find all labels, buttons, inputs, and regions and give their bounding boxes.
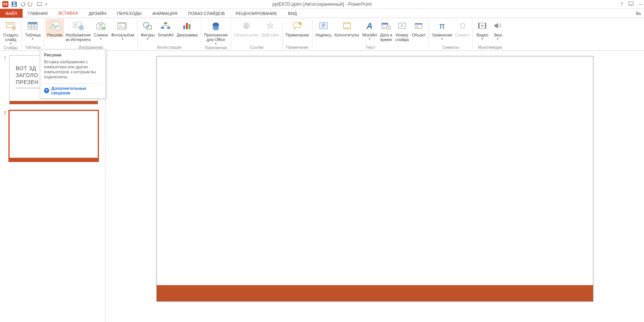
apps-for-office-button[interactable]: Приложения для Office ▾ [203,19,229,45]
minimize-icon[interactable]: – [639,2,642,7]
shapes-icon [141,20,154,32]
slide-number-button[interactable]: # Номер слайда [394,19,410,42]
thumbnail-2[interactable] [9,111,98,161]
video-button[interactable]: Видео ▾ [475,19,490,41]
tab-file[interactable]: ФАЙЛ [0,9,23,18]
tab-slideshow[interactable]: ПОКАЗ СЛАЙДОВ [183,9,230,18]
action-label: Действие [261,33,279,37]
comment-label: Примечание [286,33,309,37]
save-icon[interactable] [12,2,17,7]
group-text-label: Текст [312,45,429,50]
svg-rect-3 [37,2,42,5]
tooltip-link-text[interactable]: Дополнительные сведения [51,86,102,95]
dropdown-arrow-icon: ▾ [441,38,443,41]
audio-button[interactable]: Звук ▾ [490,19,505,41]
svg-point-14 [75,23,77,25]
tab-transitions[interactable]: ПЕРЕХОДЫ [112,9,147,18]
group-illustrations: Фигуры ▾ SmartArt Диаграмма Иллюстрации [138,18,200,50]
apps-for-office-label: Приложения для Office [204,33,228,42]
comment-button[interactable]: Примечание [284,19,310,37]
audio-label: Звук [494,33,502,37]
new-slide-button[interactable]: Создать слайд ▾ [2,19,20,45]
dropdown-arrow-icon: ▾ [32,38,33,41]
svg-rect-9 [28,22,37,24]
chart-icon [181,20,193,32]
screenshot-button[interactable]: Снимок ▾ [92,19,110,41]
start-presentation-icon[interactable] [37,2,42,7]
video-icon [476,20,488,32]
smartart-label: SmartArt [158,33,173,37]
dropdown-arrow-icon: ▾ [10,42,12,45]
svg-rect-6 [8,23,13,25]
date-time-label: Дата и время [380,33,392,42]
tab-home[interactable]: ГЛАВНАЯ [23,9,53,18]
symbol-button: Ω Символ [454,19,472,37]
group-illustrations-label: Иллюстрации [138,45,200,50]
group-apps: Приложения для Office ▾ Приложения [201,18,231,50]
textbox-button[interactable]: A Надпись [314,19,333,37]
slide-editor[interactable] [105,51,644,322]
group-apps-label: Приложения [201,45,231,51]
thumbnail-1-footer [10,101,98,104]
ribbon-display-options-icon[interactable] [628,2,634,7]
online-pictures-button[interactable]: Изображения из Интернета [64,19,92,42]
tab-view[interactable]: ВИД [283,9,302,18]
table-button[interactable]: Таблица ▾ [23,19,42,41]
group-slides: Создать слайд ▾ Слайды [0,18,21,50]
wordart-button[interactable]: A WordArt ▾ [361,19,378,41]
dropdown-arrow-icon: ▾ [122,38,123,41]
tab-insert[interactable]: ВСТАВКА [53,9,83,18]
equation-icon: π [436,20,448,32]
tab-animations[interactable]: АНИМАЦИЯ [147,9,183,18]
smartart-button[interactable]: SmartArt [156,19,175,37]
equation-label: Уравнение [432,33,452,37]
slide-number-label: Номер слайда [395,33,409,42]
slide-canvas[interactable] [156,56,593,302]
wordart-label: WordArt [362,33,377,37]
shapes-button[interactable]: Фигуры ▾ [139,19,156,41]
group-comments: Примечание Примечания [283,18,312,50]
equation-button[interactable]: π Уравнение ▾ [430,19,454,41]
thumbnail-2-wrap[interactable]: 2 [4,111,101,161]
slide-footer-bar [157,285,593,301]
dropdown-arrow-icon: ▾ [100,38,102,41]
photo-album-label: Фотоальбом [111,33,135,37]
comment-icon [291,20,304,32]
audio-icon [491,20,504,32]
date-time-button[interactable]: Дата и время [378,19,394,42]
video-label: Видео [476,33,488,37]
svg-rect-26 [161,27,164,29]
group-tables: Таблица ▾ Таблицы [22,18,44,50]
table-label: Таблица [25,33,41,37]
chart-button[interactable]: Диаграмма [175,19,199,37]
svg-point-22 [119,25,121,26]
group-images: Рисунки Изображения из Интернета Снимок … [44,18,137,50]
dropdown-arrow-icon: ▾ [481,38,483,41]
svg-rect-21 [118,23,125,29]
svg-text:#: # [401,24,403,28]
wordart-icon: A [363,20,376,32]
svg-rect-52 [478,23,480,28]
online-pictures-label: Изображения из Интернета [66,33,91,42]
dropdown-arrow-icon: ▾ [215,42,217,45]
svg-rect-48 [416,26,418,28]
group-symbols: π Уравнение ▾ Ω Символ Символы [429,18,473,50]
redo-icon[interactable] [28,2,34,7]
photo-album-button[interactable]: Фотоальбом ▾ [110,19,136,41]
tab-review[interactable]: РЕЦЕНЗИРОВАНИЕ [230,9,283,18]
qat-customize-icon[interactable]: ▾ [45,2,47,6]
pictures-button[interactable]: Рисунки [46,19,64,37]
svg-rect-47 [415,23,422,25]
help-icon[interactable]: ? [621,2,623,7]
object-button[interactable]: Объект [410,19,427,37]
textbox-label: Надпись [315,33,332,37]
tooltip-help-link[interactable]: ? Дополнительные сведения [44,83,102,95]
thumbnail-2-footer [10,158,98,161]
tab-design[interactable]: ДИЗАЙН [83,9,112,18]
svg-rect-27 [167,27,170,29]
header-footer-button[interactable]: Колонтитулы [333,19,361,37]
smartart-icon [159,20,172,32]
tooltip-title: Рисунки [44,53,102,57]
undo-icon[interactable] [20,2,25,7]
signin-label[interactable]: Вх [636,9,644,18]
